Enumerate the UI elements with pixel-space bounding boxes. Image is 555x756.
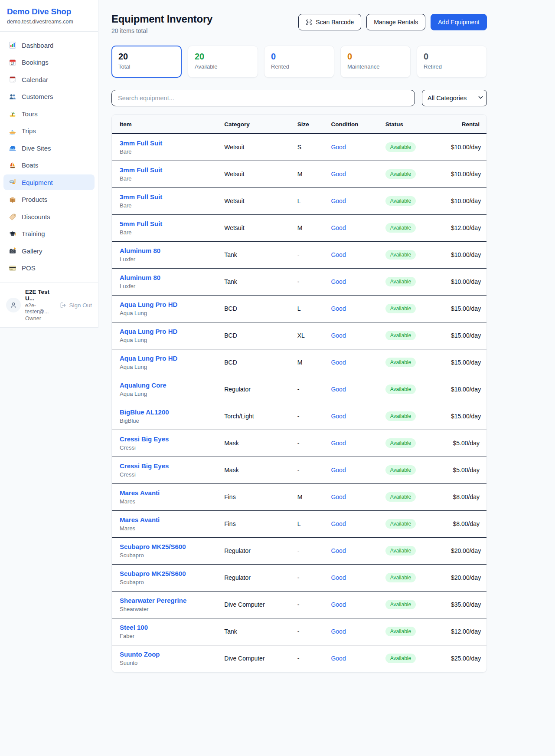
condition-link[interactable]: Good	[331, 386, 346, 393]
condition-link[interactable]: Good	[331, 171, 346, 177]
item-name-link[interactable]: Cressi Big Eyes	[120, 462, 224, 470]
condition-link[interactable]: Good	[331, 332, 346, 339]
item-category: Wetsuit	[224, 187, 297, 214]
item-name-link[interactable]: Mares Avanti	[120, 489, 224, 496]
item-name-link[interactable]: Scubapro MK25/S600	[120, 570, 224, 577]
status-badge: Available	[385, 358, 416, 367]
sidebar-item[interactable]: Trips	[3, 123, 95, 139]
item-size: -	[297, 645, 331, 672]
item-name-link[interactable]: 3mm Full Suit	[120, 166, 224, 174]
item-rental: $10.00/day	[451, 134, 486, 161]
condition-link[interactable]: Good	[331, 278, 346, 285]
condition-link[interactable]: Good	[331, 305, 346, 312]
item-name-link[interactable]: Mares Avanti	[120, 516, 224, 523]
scan-barcode-button[interactable]: Scan Barcode	[298, 14, 361, 30]
item-category: Wetsuit	[224, 161, 297, 187]
sidebar-item[interactable]: Dive Sites	[3, 140, 95, 156]
item-name-link[interactable]: Aluminum 80	[120, 274, 224, 281]
stat-card[interactable]: 0 Retired	[417, 46, 487, 78]
sidebar-item[interactable]: 17 Bookings	[3, 55, 95, 70]
equipment-table: Item Category Size Condition Status Rent…	[112, 115, 486, 672]
condition-link[interactable]: Good	[331, 224, 346, 231]
sidebar-item[interactable]: Customers	[3, 89, 95, 105]
sidebar-item[interactable]: Dashboard	[3, 37, 95, 53]
stat-label: Retired	[424, 63, 480, 70]
item-rental: $15.00/day	[451, 403, 486, 430]
condition-link[interactable]: Good	[331, 359, 346, 366]
customers-icon	[9, 93, 16, 101]
stat-label: Total	[118, 63, 175, 70]
condition-link[interactable]: Good	[331, 197, 346, 204]
sidebar-item-label: Discounts	[22, 213, 50, 220]
stat-card[interactable]: 20 Total	[111, 46, 182, 78]
item-name-link[interactable]: Aqualung Core	[120, 381, 224, 389]
item-name-link[interactable]: Suunto Zoop	[120, 651, 224, 658]
sidebar-item-label: Dive Sites	[22, 145, 51, 152]
sidebar-item[interactable]: Tours	[3, 106, 95, 122]
table-row: BigBlue AL1200 BigBlue Torch/Light - Goo…	[112, 403, 486, 430]
item-name-link[interactable]: Aqua Lung Pro HD	[120, 355, 224, 362]
sidebar-item-label: Dashboard	[22, 42, 53, 49]
item-rental: $12.00/day	[451, 214, 486, 241]
sidebar-item[interactable]: Discounts	[3, 209, 95, 224]
condition-link[interactable]: Good	[331, 440, 346, 447]
item-size: -	[297, 430, 331, 457]
condition-link[interactable]: Good	[331, 493, 346, 500]
add-equipment-button[interactable]: Add Equipment	[431, 14, 487, 30]
stat-card[interactable]: 0 Maintenance	[340, 46, 411, 78]
search-input[interactable]	[111, 90, 415, 106]
condition-link[interactable]: Good	[331, 251, 346, 258]
stat-label: Rented	[271, 63, 327, 70]
sidebar-item[interactable]: Equipment	[3, 174, 95, 190]
condition-link[interactable]: Good	[331, 413, 346, 420]
shop-name[interactable]: Demo Dive Shop	[7, 7, 91, 16]
item-name-link[interactable]: 3mm Full Suit	[120, 193, 224, 201]
products-icon	[9, 196, 16, 204]
status-badge: Available	[385, 465, 416, 475]
item-rental: $8.00/day	[451, 483, 486, 510]
sidebar-item-label: Trips	[22, 127, 36, 135]
condition-link[interactable]: Good	[331, 628, 346, 635]
condition-link[interactable]: Good	[331, 520, 346, 527]
item-brand: Cressi	[120, 444, 224, 451]
item-size: M	[297, 349, 331, 376]
item-size: -	[297, 537, 331, 564]
sidebar-item[interactable]: Products	[3, 192, 95, 207]
item-name-link[interactable]: Cressi Big Eyes	[120, 435, 224, 443]
sign-out-button[interactable]: Sign Out	[60, 302, 92, 309]
item-name-link[interactable]: Aqua Lung Pro HD	[120, 301, 224, 308]
item-name-link[interactable]: Steel 100	[120, 624, 224, 631]
user-name: E2E Test U...	[25, 289, 56, 302]
condition-link[interactable]: Good	[331, 467, 346, 473]
table-row: Shearwater Peregrine Shearwater Dive Com…	[112, 591, 486, 618]
sidebar-item-label: POS	[22, 264, 36, 272]
sidebar-item[interactable]: POS	[3, 260, 95, 276]
stat-card[interactable]: 0 Rented	[264, 46, 334, 78]
item-name-link[interactable]: Shearwater Peregrine	[120, 597, 224, 604]
sign-out-label: Sign Out	[69, 302, 92, 309]
item-name-link[interactable]: 3mm Full Suit	[120, 139, 224, 147]
condition-link[interactable]: Good	[331, 574, 346, 581]
sidebar-item[interactable]: Boats	[3, 158, 95, 173]
condition-link[interactable]: Good	[331, 547, 346, 554]
stat-card[interactable]: 20 Available	[188, 46, 258, 78]
category-select[interactable]: All Categories	[422, 90, 487, 106]
condition-link[interactable]: Good	[331, 144, 346, 151]
sidebar-item[interactable]: Training	[3, 226, 95, 242]
item-name-link[interactable]: Aluminum 80	[120, 247, 224, 254]
sidebar-item[interactable]: Gallery	[3, 243, 95, 259]
item-brand: Mares	[120, 525, 224, 532]
stat-value: 0	[271, 52, 327, 62]
item-name-link[interactable]: Scubapro MK25/S600	[120, 543, 224, 550]
item-name-link[interactable]: 5mm Full Suit	[120, 220, 224, 227]
table-row: Scubapro MK25/S600 Scubapro Regulator - …	[112, 537, 486, 564]
search-row: All Categories	[111, 90, 487, 106]
manage-rentals-button[interactable]: Manage Rentals	[366, 14, 425, 30]
condition-link[interactable]: Good	[331, 655, 346, 662]
item-name-link[interactable]: BigBlue AL1200	[120, 408, 224, 416]
item-rental: $18.00/day	[451, 376, 486, 403]
condition-link[interactable]: Good	[331, 601, 346, 608]
table-row: 3mm Full Suit Bare Wetsuit M Good Availa…	[112, 161, 486, 187]
item-name-link[interactable]: Aqua Lung Pro HD	[120, 328, 224, 335]
sidebar-item[interactable]: Calendar	[3, 72, 95, 87]
